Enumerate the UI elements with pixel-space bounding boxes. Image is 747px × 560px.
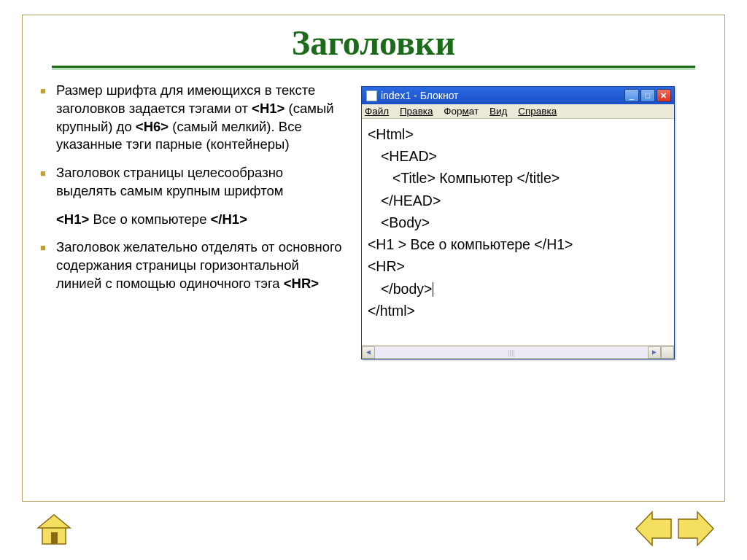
slide-content: Размер шрифта для имеющихся в тексте заг…: [23, 82, 724, 359]
resize-grip[interactable]: [661, 346, 674, 359]
horizontal-scrollbar[interactable]: ◄ |||| ►: [362, 345, 674, 359]
window-buttons: _ □ ✕: [624, 89, 671, 102]
arrow-left-icon: [635, 510, 673, 547]
list-item: <H1> Все о компьютере </H1>: [37, 211, 347, 229]
document-icon: [366, 90, 377, 101]
nav-arrows: [635, 510, 715, 547]
notepad-titlebar[interactable]: index1 - Блокнот _ □ ✕: [362, 87, 674, 104]
bullet-list: Размер шрифта для имеющихся в тексте заг…: [37, 82, 347, 359]
scroll-left-button[interactable]: ◄: [362, 346, 375, 359]
menu-format[interactable]: Формат: [444, 106, 479, 117]
home-button[interactable]: [32, 510, 76, 547]
svg-marker-4: [678, 512, 713, 545]
svg-marker-3: [636, 512, 671, 545]
home-icon: [32, 510, 76, 547]
prev-slide-button[interactable]: [635, 510, 673, 547]
notepad-window: index1 - Блокнот _ □ ✕ Файл Правка Форма…: [361, 86, 675, 359]
list-item: Заголовок желательно отделять от основно…: [37, 238, 347, 292]
notepad-menubar[interactable]: Файл Правка Формат Вид Справка: [362, 104, 674, 119]
code-line: <H1 > Все о компьютере </H1>: [368, 233, 670, 255]
code-line: <HEAD>: [368, 145, 670, 167]
code-line: </body>: [368, 278, 670, 300]
next-slide-button[interactable]: [677, 510, 715, 547]
slide-title: Заголовки: [23, 23, 724, 63]
arrow-right-icon: [677, 510, 715, 547]
list-item: Заголовок страницы целесообразно выделят…: [37, 164, 347, 201]
slide-title-wrap: Заголовки: [23, 15, 724, 66]
notepad-title: index1 - Блокнот: [381, 90, 624, 101]
scroll-right-button[interactable]: ►: [648, 346, 661, 359]
maximize-button[interactable]: □: [640, 89, 655, 102]
slide-frame: Заголовки Размер шрифта для имеющихся в …: [22, 15, 725, 502]
text-cursor: [433, 282, 433, 297]
title-underline: [52, 66, 695, 70]
notepad-text-area[interactable]: <Html> <HEAD> <Title> Компьютер </title>…: [362, 119, 674, 345]
code-line: </HEAD>: [368, 190, 670, 211]
menu-help[interactable]: Справка: [518, 106, 557, 117]
scroll-track[interactable]: ||||: [375, 346, 648, 359]
close-button[interactable]: ✕: [657, 89, 671, 102]
code-line: </html>: [368, 300, 670, 322]
svg-rect-2: [51, 532, 58, 544]
menu-edit[interactable]: Правка: [400, 106, 433, 117]
list-item: Размер шрифта для имеющихся в тексте заг…: [37, 82, 347, 154]
notepad-area: index1 - Блокнот _ □ ✕ Файл Правка Форма…: [361, 82, 710, 359]
svg-marker-1: [38, 515, 70, 528]
code-line: <Title> Компьютер </title>: [368, 167, 670, 189]
code-line: <HR>: [368, 255, 670, 277]
code-line: <Body>: [368, 211, 670, 233]
minimize-button[interactable]: _: [624, 89, 639, 102]
menu-file[interactable]: Файл: [365, 106, 389, 117]
code-line: <Html>: [368, 123, 670, 145]
menu-view[interactable]: Вид: [489, 106, 507, 117]
